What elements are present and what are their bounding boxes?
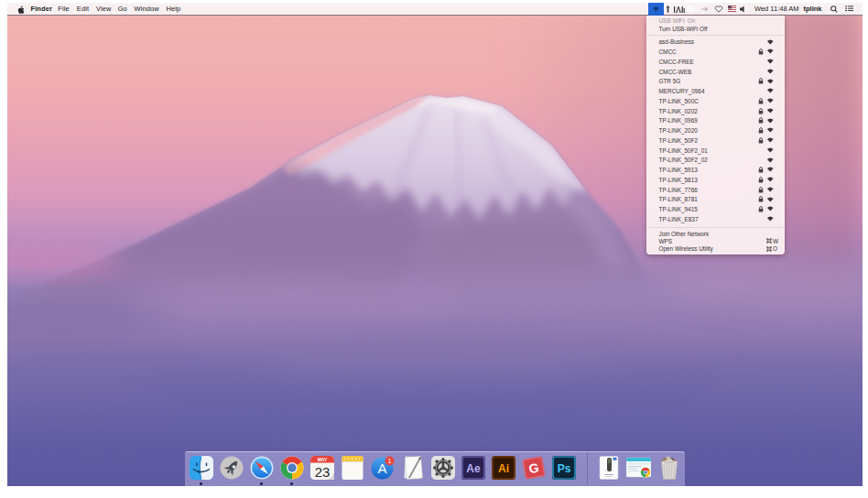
svg-text:1: 1 <box>388 458 392 464</box>
svg-text:MAY: MAY <box>317 456 327 461</box>
svg-text:23: 23 <box>314 463 330 479</box>
svg-text:Ai: Ai <box>498 461 509 474</box>
svg-text:Ps: Ps <box>557 461 570 474</box>
svg-text:Ae: Ae <box>466 461 481 474</box>
